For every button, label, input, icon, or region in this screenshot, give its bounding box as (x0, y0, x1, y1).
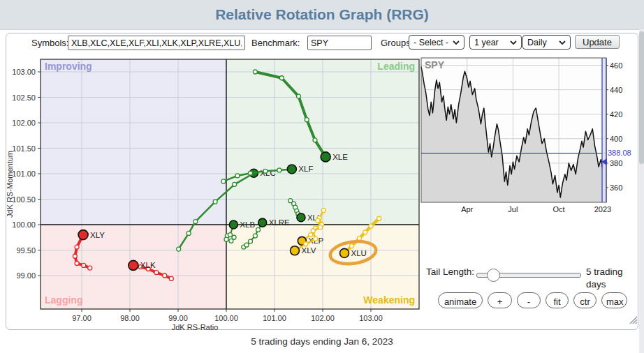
rrg-marker-XLRE[interactable] (258, 218, 267, 227)
max-button[interactable]: max (601, 292, 627, 308)
rrg-label-XLE: XLE (332, 153, 348, 161)
frequency-select[interactable]: Daily (522, 35, 571, 50)
spy-x-tick-label: Jul (508, 205, 518, 213)
period-select-value: 1 year (474, 38, 499, 47)
x-tick-label: 99.00 (168, 314, 188, 322)
benchmark-input[interactable] (307, 36, 372, 50)
last-price-label: 388.08 (608, 149, 631, 157)
rrg-marker-XLF[interactable] (287, 165, 296, 174)
rrg-marker-XLE[interactable] (321, 152, 330, 162)
rrg-label-XLB: XLB (240, 220, 255, 229)
quadrant-label-weakening: Weakening (363, 294, 415, 306)
spy-x-tick-label: Apr (461, 205, 473, 213)
rrg-marker-XLU[interactable] (340, 248, 349, 257)
zoom-in-button[interactable]: + (488, 292, 512, 308)
fit-button[interactable]: fit (546, 292, 569, 308)
date-range-handle[interactable] (602, 58, 606, 202)
page-title: Relative Rotation Graph (RRG) (0, 0, 644, 29)
quadrant-improving (41, 59, 226, 225)
resize-handle-icon[interactable] (627, 314, 638, 325)
rrg-marker-XLI[interactable] (297, 213, 305, 222)
rrg-label-XLF: XLF (298, 165, 313, 173)
tail-length-label: Tail Length: (426, 266, 474, 278)
rrg-marker-XLY[interactable] (78, 230, 88, 240)
spy-y-tick-label: 380 (610, 159, 622, 167)
x-tick-label: 98.00 (120, 314, 140, 322)
x-tick-label: 101.00 (263, 314, 286, 322)
quadrant-label-lagging: Lagging (45, 294, 82, 306)
rrg-label-XLY: XLY (90, 231, 105, 239)
x-tick-label: 97.00 (72, 314, 92, 322)
spy-x-tick-label: 2023 (594, 205, 611, 213)
x-tick-label: 100.00 (214, 314, 238, 322)
y-tick-label: 103.00 (12, 68, 36, 76)
tail-length-slider-handle[interactable] (487, 269, 500, 282)
y-tick-label: 99.50 (16, 246, 36, 255)
spy-title: SPY (425, 59, 445, 70)
rrg-label-XLRE: XLRE (269, 218, 290, 227)
chevron-down-icon (559, 40, 566, 45)
x-tick-label: 102.00 (311, 314, 335, 322)
rrg-app: Relative Rotation Graph (RRG) Symbols: B… (0, 0, 644, 353)
quadrant-label-improving: Improving (45, 61, 92, 72)
spy-y-tick-label: 400 (610, 135, 622, 143)
quadrant-label-leading: Leading (377, 61, 415, 72)
footer-caption: 5 trading days ending Jan 6, 2023 (0, 336, 644, 347)
frequency-select-value: Daily (527, 38, 547, 47)
y-tick-label: 99.00 (16, 271, 36, 280)
y-tick-label: 101.50 (12, 144, 36, 153)
y-tick-label: 100.50 (12, 195, 36, 204)
scrollbar[interactable] (639, 29, 644, 353)
spy-y-tick-label: 360 (610, 183, 622, 192)
chevron-down-icon (453, 40, 460, 45)
spy-y-tick-label: 420 (610, 110, 622, 119)
rrg-label-XLK: XLK (140, 261, 156, 269)
rrg-label-XLV: XLV (301, 246, 316, 255)
chevron-down-icon (510, 40, 517, 45)
y-tick-label: 102.50 (12, 93, 36, 102)
rrg-label-XLU: XLU (351, 249, 367, 257)
spy-benchmark-chart[interactable]: 360380400420440460388.08AprJulOct2023SPY (419, 54, 644, 213)
rrg-marker-XLK[interactable] (129, 260, 138, 270)
spy-y-tick-label: 460 (610, 61, 622, 70)
y-tick-label: 100.00 (12, 220, 36, 229)
rrg-chart[interactable]: ImprovingLeadingLaggingWeakening97.0098.… (7, 54, 426, 333)
zoom-out-button[interactable]: - (517, 292, 541, 308)
rrg-marker-XLV[interactable] (290, 246, 299, 255)
y-tick-label: 101.00 (12, 170, 36, 178)
scrollbar-thumb[interactable] (639, 31, 644, 164)
spy-x-tick-label: Oct (553, 205, 565, 213)
y-axis-title: JdK RS-Momentum (7, 151, 14, 218)
rrg-marker-XLB[interactable] (229, 220, 237, 229)
period-select[interactable]: 1 year (469, 35, 522, 50)
benchmark-label: Benchmark: (251, 37, 300, 50)
update-button[interactable]: Update (575, 35, 620, 49)
tail-length-value: 5 trading days (586, 266, 644, 278)
symbols-label: Symbols: (31, 37, 68, 50)
animate-button[interactable]: animate (438, 292, 483, 308)
groups-select-value: - Select - (414, 38, 448, 47)
ctr-button[interactable]: ctr (573, 292, 597, 308)
x-tick-label: 103.00 (359, 314, 383, 322)
groups-select[interactable]: - Select - (409, 35, 464, 50)
spy-y-tick-label: 440 (610, 86, 622, 94)
symbols-input[interactable] (68, 36, 245, 50)
x-axis-title: JdK RS-Ratio (172, 323, 219, 331)
page-header: Relative Rotation Graph (RRG) (0, 0, 644, 30)
y-tick-label: 102.00 (12, 119, 36, 127)
